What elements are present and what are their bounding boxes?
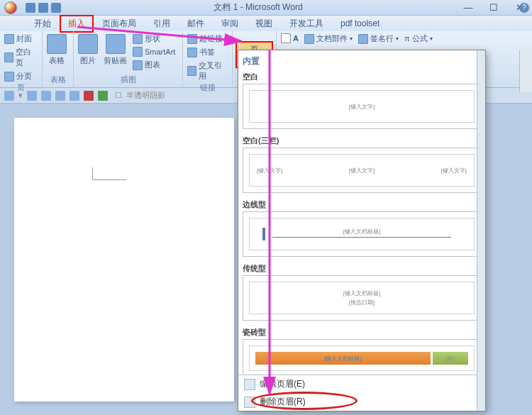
border-title: 边线型 [243,197,481,211]
hyperlink-button[interactable]: 超链接 [186,33,229,45]
signature-button[interactable]: 签名行▾ [357,33,400,45]
tab-home[interactable]: 开始 [26,15,60,33]
blank3-header-option[interactable]: [键入文字] [键入文字] [键入文字] [243,148,481,193]
edit-header-label: 编辑页眉(E) [260,378,305,390]
shadow-label: 半透明阴影 [126,90,165,101]
border-placeholder: [键入文档标题] [343,228,380,236]
tab-layout[interactable]: 页面布局 [94,15,145,33]
clipart-label: 剪贴画 [104,55,127,66]
tab-view[interactable]: 视图 [247,15,281,33]
brick-side: [年] [433,352,468,365]
illustrations-group-label: 插图 [77,74,179,86]
equation-button[interactable]: π 公式▾ [403,33,434,45]
sec-icon-3[interactable] [41,91,51,101]
links-group-label: 链接 [186,82,229,94]
sec-icon-1[interactable] [4,91,14,101]
quick-parts-icon [304,34,314,44]
picture-label: 图片 [80,55,96,66]
textbox-icon [281,33,291,43]
brick-title: 瓷砖型 [243,325,481,339]
hyperlink-label: 超链接 [199,33,223,44]
page-break-label: 分页 [16,71,32,82]
cover-page-icon [4,34,14,44]
office-orb-icon [4,1,17,14]
tab-references[interactable]: 引用 [145,15,179,33]
smartart-button[interactable]: SmartArt [131,46,177,57]
brick-header-option[interactable]: [键入文档标题] [年] [243,339,481,375]
remove-header-icon [244,397,255,408]
qat-undo-icon[interactable] [38,3,48,13]
cover-page-label: 封面 [16,33,32,44]
tables-group-label: 表格 [45,74,70,86]
remove-header-menu-item[interactable]: 删除页眉(R) [238,393,485,411]
office-button[interactable] [0,0,21,16]
shapes-label: 形状 [145,33,160,44]
chart-icon [133,60,143,70]
blank3-mid: [键入文字] [349,167,375,175]
page-break-button[interactable]: 分页 [3,70,39,82]
blank3-right: [键入文字] [441,167,467,175]
blank-page-icon [4,52,13,62]
table-icon [47,34,67,54]
qat-save-icon[interactable] [26,3,35,13]
clipart-icon [106,34,126,54]
equation-label: π 公式 [404,33,428,44]
quick-parts-button[interactable]: 文档部件▾ [303,33,354,45]
minimize-button[interactable]: — [455,0,481,16]
chart-button[interactable]: 图表 [131,59,177,71]
blank-title: 空白 [243,70,481,84]
blank3-left: [键入文字] [257,167,282,175]
header-region-marker [92,167,126,180]
window-title: 文档 1 - Microsoft Word [61,1,455,13]
tab-mailings[interactable]: 邮件 [179,15,213,33]
tab-insert[interactable]: 插入 [60,15,94,33]
tab-review[interactable]: 审阅 [213,15,247,33]
page-break-icon [4,72,14,82]
trad-header-option[interactable]: [键入文档标题] [挑选日期] [243,275,481,321]
help-icon[interactable]: ? [519,3,529,13]
smartart-icon [133,47,143,57]
hyperlink-icon [187,34,197,44]
sec-icon-5[interactable] [70,91,79,101]
crossref-button[interactable]: 交叉引用 [186,60,229,82]
trad-title: 传统型 [243,261,481,275]
brick-main: [键入文档标题] [255,352,431,365]
bookmark-icon [187,48,197,57]
edit-header-menu-item[interactable]: 编辑页眉(E) [238,375,485,393]
remove-header-label: 删除页眉(R) [260,396,306,408]
sec-icon-2[interactable] [27,91,37,101]
blank-header-option[interactable]: [键入文字] [243,84,481,129]
tab-developer[interactable]: 开发工具 [281,15,332,33]
signature-icon [358,34,368,44]
tab-pdf-toolset[interactable]: pdf toolset [332,16,388,31]
sec-green-icon[interactable] [98,91,108,101]
sec-red-icon[interactable] [84,91,94,101]
table-label: 表格 [49,55,65,66]
maximize-button[interactable]: ☐ [481,0,506,16]
signature-label: 签名行 [370,33,394,44]
document-page[interactable] [14,118,234,402]
border-header-option[interactable]: [键入文档标题] [243,211,481,257]
smartart-label: SmartArt [145,48,175,56]
quick-parts-label: 文档部件 [316,33,348,44]
blank3-title: 空白(三栏) [243,133,481,148]
bookmark-button[interactable]: 书签 [186,46,229,58]
panel-scrollbar[interactable] [477,50,485,411]
textbox-button[interactable]: A [279,33,300,44]
picture-icon [78,34,98,54]
cover-page-button[interactable]: 封面 [3,33,39,45]
crossref-icon [187,66,196,76]
picture-button[interactable]: 图片 [77,33,99,67]
chart-label: 图表 [145,60,160,70]
table-button[interactable]: 表格 [45,33,68,67]
shapes-button[interactable]: 形状 [131,33,177,45]
crossref-label: 交叉引用 [199,60,228,82]
qat-redo-icon[interactable] [51,3,61,13]
shapes-icon [133,34,143,44]
header-dropdown-panel: 内置 空白 [键入文字] 空白(三栏) [键入文字] [键入文字] [键入文字]… [238,50,486,411]
blank-page-button[interactable]: 空白页 [3,46,39,69]
blank-page-label: 空白页 [16,47,38,68]
sec-icon-4[interactable] [55,91,65,101]
clipart-button[interactable]: 剪贴画 [102,33,128,67]
right-scrollbar-gutter[interactable] [519,50,532,92]
